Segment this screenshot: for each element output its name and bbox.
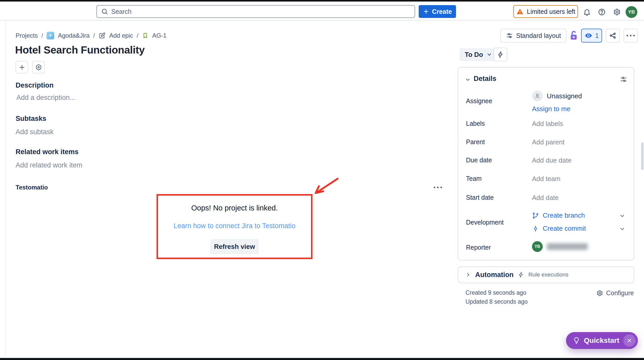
breadcrumb-add-epic-link[interactable]: Add epic [109, 32, 133, 39]
watchers-button[interactable]: 1 [581, 29, 602, 43]
assignee-value[interactable]: Unassigned [532, 91, 582, 101]
settings-gear-icon[interactable] [611, 6, 623, 18]
more-actions-button[interactable] [624, 29, 638, 43]
add-related-work-item-placeholder[interactable]: Add related work item [16, 161, 82, 169]
add-content-button[interactable] [16, 61, 28, 73]
lightbulb-icon [573, 337, 580, 344]
related-work-items-heading: Related work items [16, 148, 79, 156]
issue-type-bookmark-icon [142, 32, 149, 39]
create-button[interactable]: Create [419, 5, 456, 18]
collapsed-sidebar-divider [5, 20, 6, 358]
rule-executions-label: Rule executions [528, 271, 569, 278]
breadcrumb-issue-key-link[interactable]: AG-1 [152, 32, 166, 39]
gear-icon [596, 290, 603, 297]
eye-icon [584, 31, 593, 40]
plus-icon [18, 64, 26, 71]
limited-users-button[interactable]: Limited users left [513, 5, 578, 18]
updated-timestamp: Updated 8 seconds ago [465, 298, 528, 305]
description-placeholder[interactable]: Add a description... [16, 94, 75, 102]
lightning-icon [497, 51, 504, 58]
more-icon [434, 187, 442, 188]
help-icon[interactable] [596, 6, 608, 18]
project-avatar-plane-icon: ✈ [47, 32, 54, 39]
reporter-avatar: YB [532, 241, 543, 252]
standard-layout-button[interactable]: Standard layout [500, 29, 567, 43]
reporter-name-redacted [547, 243, 588, 250]
lightning-icon [518, 271, 524, 278]
unlocked-lock-icon[interactable] [568, 30, 579, 41]
add-labels-field[interactable]: Add labels [532, 120, 563, 128]
breadcrumb: Projects / ✈ Agoda&Jira / Add epic / AG-… [16, 31, 166, 40]
chevron-down-icon[interactable] [464, 76, 471, 83]
parent-label: Parent [466, 138, 485, 146]
edit-icon [98, 32, 106, 39]
search-icon [101, 8, 108, 15]
assign-to-me-link[interactable]: Assign to me [532, 105, 570, 113]
close-icon [626, 337, 632, 344]
breadcrumb-project-link[interactable]: Agoda&Jira [58, 32, 90, 39]
share-button[interactable] [606, 29, 620, 43]
testomatio-panel: Oops! No project is linked. Learn how to… [157, 194, 313, 259]
chevron-right-icon [465, 272, 471, 278]
description-heading: Description [16, 81, 54, 89]
notifications-bell-icon[interactable] [581, 6, 593, 18]
details-panel: Details Assignee Unassigned Assign to me… [458, 67, 634, 260]
add-team-field[interactable]: Add team [532, 175, 560, 183]
testomatio-error-title: Oops! No project is linked. [191, 204, 278, 212]
plus-icon [423, 8, 429, 15]
warning-icon [516, 8, 524, 15]
watchers-count: 1 [595, 32, 599, 40]
assignee-label: Assignee [466, 97, 492, 105]
status-dropdown[interactable]: To Do [460, 48, 496, 61]
quickstart-button[interactable]: Quickstart [566, 332, 638, 349]
details-config-sliders-icon[interactable] [619, 75, 628, 84]
user-avatar[interactable]: YB [626, 6, 637, 18]
automation-panel[interactable]: Automation Rule executions [458, 266, 634, 283]
automation-bolt-button[interactable] [494, 48, 507, 61]
bottom-edge-strip [0, 358, 644, 360]
automation-heading: Automation [475, 271, 514, 279]
add-due-date-field[interactable]: Add due date [532, 156, 572, 164]
add-start-date-field[interactable]: Add date [532, 194, 559, 202]
add-subtask-placeholder[interactable]: Add subtask [16, 128, 54, 136]
create-branch-action[interactable]: Create branch [532, 211, 585, 219]
page-title: Hotel Search Functionality [15, 44, 145, 56]
create-commit-action[interactable]: Create commit [532, 225, 586, 232]
layout-sliders-icon [506, 32, 513, 39]
configure-button[interactable]: Configure [596, 289, 634, 297]
testomatio-heading: Testomatio [16, 184, 48, 191]
annotation-arrow [312, 177, 340, 199]
development-label: Development [466, 219, 504, 226]
due-date-label: Due date [466, 156, 492, 164]
reporter-value: YB [532, 241, 588, 252]
git-branch-icon [532, 212, 539, 219]
search-input[interactable] [96, 5, 415, 18]
scrollbar-thumb[interactable] [641, 142, 643, 170]
add-parent-field[interactable]: Add parent [532, 138, 564, 146]
jira-issue-page: Create Limited users left YB Projects / … [0, 0, 644, 360]
testomatio-more-button[interactable] [430, 182, 446, 193]
apps-button[interactable] [32, 61, 45, 73]
breadcrumb-projects-link[interactable]: Projects [16, 32, 38, 39]
top-navigation-bar: Create Limited users left YB [0, 2, 644, 20]
refresh-view-button[interactable]: Refresh view [210, 239, 259, 254]
start-date-label: Start date [466, 194, 494, 201]
person-icon [532, 91, 543, 101]
git-commit-icon [532, 225, 539, 232]
more-icon [627, 35, 635, 36]
search-field[interactable] [111, 8, 410, 15]
chevron-down-icon[interactable] [619, 226, 626, 232]
details-heading[interactable]: Details [474, 75, 496, 83]
created-timestamp: Created 9 seconds ago [465, 289, 526, 296]
testomatio-learn-link[interactable]: Learn how to connect Jira to Testomatio [174, 222, 296, 230]
chevron-down-icon [486, 51, 492, 58]
apps-hexagon-icon [35, 64, 42, 71]
quickstart-close-button[interactable] [623, 334, 636, 347]
labels-label: Labels [466, 120, 485, 127]
team-label: Team [466, 175, 482, 182]
chevron-down-icon[interactable] [619, 213, 626, 219]
subtasks-heading: Subtasks [16, 115, 46, 123]
reporter-label: Reporter [466, 244, 491, 251]
